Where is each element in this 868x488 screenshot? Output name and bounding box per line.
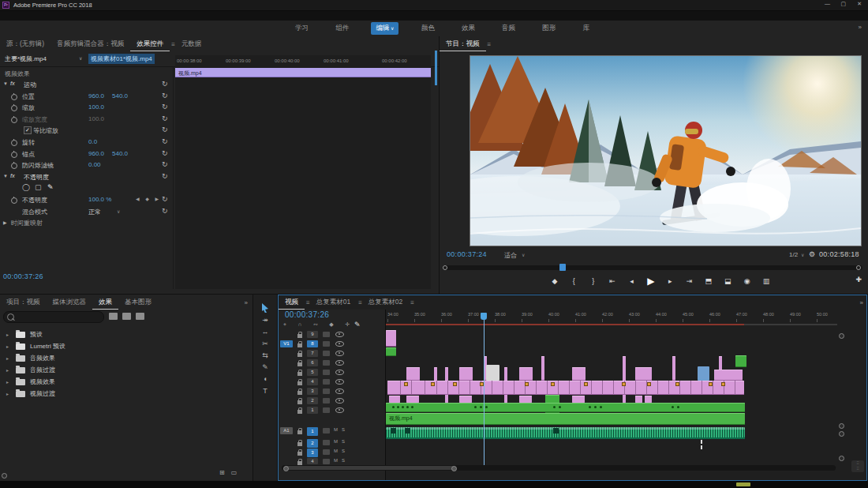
step-back-button[interactable]: ◂ [623, 277, 640, 285]
maximize-button[interactable]: ▢ [840, 1, 846, 7]
track-lock-icon[interactable] [297, 381, 302, 385]
minimize-button[interactable]: — [825, 1, 830, 6]
mark-in-button[interactable]: { [565, 277, 582, 285]
tab-元数据[interactable]: 元数据 [175, 38, 208, 51]
folder-row-视频过渡[interactable]: ▸视频过渡 [0, 388, 253, 400]
comparison-view-button[interactable]: ▥ [758, 277, 775, 285]
expand-triangle-icon[interactable]: ▸ [6, 355, 9, 361]
track-lock-icon[interactable] [297, 400, 302, 404]
playback-resolution-select[interactable]: 1/2 [789, 251, 798, 258]
timeline-timecode[interactable]: 00:00:37:26 [285, 310, 329, 319]
add-marker-button[interactable]: ◆ [329, 321, 333, 328]
track-lock-icon[interactable] [297, 452, 302, 456]
ripple-edit-tool[interactable]: ↔ [253, 326, 277, 337]
solo-track-button[interactable]: S [342, 458, 345, 463]
timeline-clip[interactable] [623, 356, 626, 404]
blend-mode-select[interactable]: 正常 [88, 208, 101, 216]
reset-parameter-icon[interactable]: ↻ [162, 126, 168, 133]
workspace-tab-编辑[interactable]: 编辑 ∨ [371, 22, 398, 35]
track-output-eye-icon[interactable] [335, 351, 344, 356]
zoom-level-select[interactable]: 适合 [504, 251, 517, 260]
track-sync-lock-icon[interactable] [323, 459, 330, 464]
stopwatch-icon[interactable] [11, 152, 17, 158]
vscroll-knob[interactable] [839, 423, 844, 429]
hscroll-thumb[interactable] [285, 466, 455, 470]
reset-parameter-icon[interactable]: ↻ [162, 160, 168, 168]
tab-项目：视频[interactable]: 项目：视频 [0, 296, 47, 309]
stopwatch-icon[interactable] [11, 140, 17, 146]
seek-knob-left[interactable] [443, 265, 447, 270]
track-output-eye-icon[interactable] [335, 379, 344, 385]
stopwatch-icon[interactable] [11, 105, 17, 111]
razor-tool[interactable]: ✂ [253, 338, 277, 349]
track-output-eye-icon[interactable] [335, 370, 344, 375]
folder-row-音频过渡[interactable]: ▸音频过渡 [0, 364, 253, 376]
program-playhead[interactable] [559, 264, 566, 271]
track-sync-lock-icon[interactable] [323, 370, 330, 375]
panel-overflow-icon[interactable]: » [860, 299, 863, 306]
tab-效果控件[interactable]: 效果控件 [130, 38, 170, 51]
solo-track-button[interactable]: S [342, 439, 345, 444]
sequence-clip-ref[interactable]: 视频素材01*视频.mp4 [88, 54, 155, 64]
track-lock-icon[interactable] [297, 362, 302, 366]
param-value[interactable]: 960.0 [88, 92, 104, 99]
audio-clip[interactable] [386, 427, 745, 439]
expand-triangle-icon[interactable]: ▸ [6, 343, 9, 349]
workspace-tab-库[interactable]: 库 [578, 22, 594, 35]
track-output-eye-icon[interactable] [335, 398, 344, 404]
timeline-clip[interactable] [572, 367, 586, 381]
new-bin-icon[interactable] [136, 313, 144, 320]
track-lock-icon[interactable] [297, 343, 302, 347]
panel-menu-icon[interactable]: ≡ [410, 299, 414, 306]
timeline-clip[interactable] [672, 356, 675, 381]
param-value[interactable]: 0.0 [88, 138, 97, 145]
fx-badge-icon[interactable]: fx [10, 172, 15, 179]
track-target-toggle[interactable]: 1 [307, 427, 318, 436]
hscroll-knob-right[interactable] [451, 466, 457, 471]
tab-效果[interactable]: 效果 [92, 296, 118, 310]
track-target-toggle[interactable]: 3 [307, 388, 318, 395]
tab-program[interactable]: 节目：视频 [440, 38, 486, 51]
custom-bin-icon[interactable] [122, 313, 131, 320]
track-output-eye-icon[interactable] [335, 332, 344, 337]
track-sync-lock-icon[interactable] [323, 332, 330, 337]
track-lock-icon[interactable] [297, 353, 302, 357]
timeline-clip[interactable] [386, 347, 396, 356]
track-sync-lock-icon[interactable] [323, 351, 330, 356]
reset-parameter-icon[interactable]: ↻ [162, 80, 168, 88]
timeline-clip[interactable]: 视频.mp4 [386, 413, 745, 425]
track-sync-lock-icon[interactable] [323, 440, 330, 445]
track-sync-lock-icon[interactable] [323, 428, 330, 434]
collapse-triangle-icon[interactable]: ▼ [3, 174, 8, 178]
track-target-toggle[interactable]: 1 [307, 407, 318, 414]
track-target-toggle[interactable]: 2 [307, 397, 318, 404]
panel-menu-icon[interactable]: ≡ [488, 41, 492, 48]
slip-tool[interactable]: ⇆ [253, 350, 277, 361]
workspace-tab-组件[interactable]: 组件 [331, 22, 354, 35]
timeline-clip[interactable] [519, 367, 533, 381]
solo-track-button[interactable]: S [342, 449, 345, 453]
seek-knob-right[interactable] [856, 265, 861, 270]
workspace-tab-颜色[interactable]: 颜色 [417, 22, 440, 35]
pen-mask-icon[interactable]: ✎ [47, 183, 54, 191]
reset-parameter-icon[interactable]: ↻ [162, 114, 168, 122]
linked-selection-toggle[interactable]: ∾ [313, 321, 318, 328]
nest-toggle[interactable]: ⌖ [283, 321, 286, 328]
timeline-clip[interactable] [406, 367, 420, 381]
play-button[interactable]: ▶ [642, 276, 660, 287]
track-target-toggle[interactable]: 4 [307, 378, 318, 385]
param-value[interactable]: 960.0 [88, 150, 104, 157]
track-sync-lock-icon[interactable] [323, 449, 330, 455]
timeline-clip[interactable] [386, 403, 745, 412]
stopwatch-icon[interactable] [11, 197, 17, 204]
mute-track-button[interactable]: M [334, 458, 338, 463]
taskbar-item[interactable] [736, 482, 750, 486]
pen-tool[interactable]: ✎ [253, 362, 277, 373]
track-lock-icon[interactable] [297, 410, 302, 414]
button-editor-button[interactable]: ✚ [855, 276, 862, 283]
track-sync-lock-icon[interactable] [323, 379, 330, 385]
expand-triangle-icon[interactable]: ▸ [6, 332, 9, 337]
panel-resize-grip[interactable]: ∶∶∶∶ [851, 460, 864, 472]
program-video-frame[interactable] [470, 55, 862, 246]
mute-track-button[interactable]: M [334, 439, 338, 444]
